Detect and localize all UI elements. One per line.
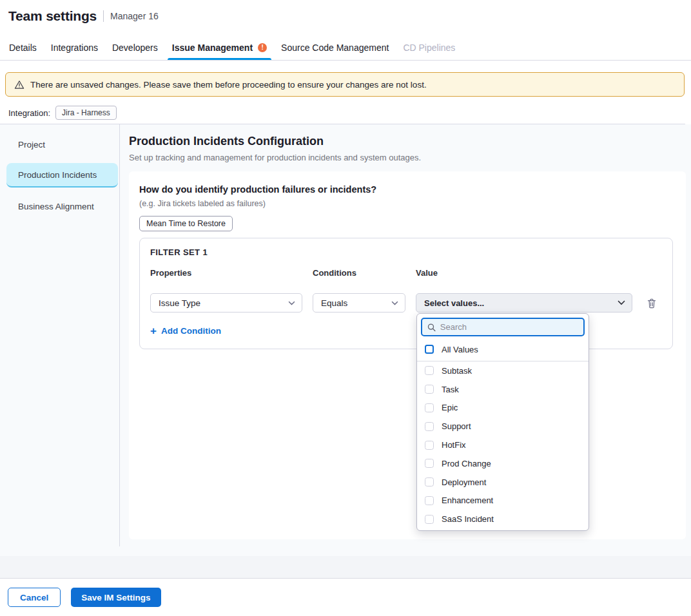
conditions-column-label: Conditions <box>313 268 405 278</box>
tab-label: Issue Management <box>172 43 253 53</box>
value-select-placeholder: Select values... <box>424 298 484 308</box>
option-prod-change[interactable]: Prod Change <box>417 454 589 473</box>
unsaved-changes-banner: There are unsaved changes. Please save t… <box>5 72 685 97</box>
dropdown-search-input[interactable] <box>440 322 578 332</box>
checkbox[interactable] <box>425 515 434 524</box>
option-label: Epic <box>442 403 458 412</box>
tab-label: Source Code Management <box>281 43 389 53</box>
sidebar-item-label: Project <box>18 140 45 149</box>
filter-column-headers: Properties Conditions Value <box>150 268 662 278</box>
checkbox[interactable] <box>425 441 434 450</box>
option-deployment[interactable]: Deployment <box>417 473 589 492</box>
filter-set-title: FILTER SET 1 <box>150 247 662 257</box>
save-im-settings-button[interactable]: Save IM Settings <box>71 588 161 607</box>
chevron-down-icon <box>288 301 295 305</box>
option-label: Enhancement <box>442 496 493 505</box>
tab-integrations[interactable]: Integrations <box>51 35 98 60</box>
option-subtask[interactable]: Subtask <box>417 361 589 380</box>
search-icon <box>427 323 436 332</box>
action-footer: Cancel Save IM Settings <box>0 579 691 616</box>
checkbox[interactable] <box>425 422 434 431</box>
chevron-down-icon <box>618 300 625 305</box>
integration-row: Integration: Jira - Harness <box>8 105 117 120</box>
tab-source-code-management[interactable]: Source Code Management <box>281 35 389 60</box>
title-divider <box>103 10 104 22</box>
checkbox[interactable] <box>425 459 434 468</box>
add-condition-label: Add Condition <box>161 326 221 336</box>
footer-spacer-band <box>0 556 691 579</box>
dropdown-search-box <box>421 318 585 336</box>
metric-chip-mean-time-to-restore[interactable]: Mean Time to Restore <box>139 216 233 231</box>
sidebar-item-project[interactable]: Project <box>6 132 118 157</box>
option-task[interactable]: Task <box>417 380 589 399</box>
sidebar-item-production-incidents[interactable]: Production Incidents <box>6 163 118 188</box>
option-all-values[interactable]: All Values <box>417 340 589 358</box>
option-label: Subtask <box>442 366 472 376</box>
value-column-label: Value <box>416 268 632 278</box>
checkbox[interactable] <box>425 366 434 375</box>
alert-badge-icon: ! <box>258 43 267 52</box>
tab-label: CD Pipelines <box>403 43 455 53</box>
checkbox[interactable] <box>425 403 434 412</box>
option-epic[interactable]: Epic <box>417 399 589 418</box>
checkbox[interactable] <box>425 496 434 505</box>
checkbox[interactable] <box>425 477 434 486</box>
sidebar-item-label: Production Incidents <box>18 170 97 180</box>
question-heading: How do you identify production failures … <box>139 184 676 195</box>
page-subtitle: Manager 16 <box>110 11 159 21</box>
tab-label: Details <box>9 43 37 53</box>
sidebar-item-business-alignment[interactable]: Business Alignment <box>6 194 118 218</box>
option-support[interactable]: Support <box>417 417 589 436</box>
banner-text: There are unsaved changes. Please save t… <box>30 80 427 90</box>
option-hotfix[interactable]: HotFix <box>417 436 589 454</box>
sidebar-item-label: Business Alignment <box>18 202 94 211</box>
filter-set-box: FILTER SET 1 Properties Conditions Value… <box>139 238 673 349</box>
value-multiselect[interactable]: Select values... <box>416 293 632 313</box>
options-list[interactable]: Subtask Task Epic Support HotFix Prod Ch… <box>417 361 589 531</box>
option-label: SaaS Incident <box>442 514 494 524</box>
page-header: Team settings Manager 16 Details Integra… <box>0 0 691 61</box>
condition-select-value: Equals <box>321 298 347 308</box>
option-enhancement[interactable]: Enhancement <box>417 492 589 510</box>
page-title: Team settings <box>8 8 97 24</box>
cancel-button[interactable]: Cancel <box>8 588 61 607</box>
properties-column-label: Properties <box>150 268 302 278</box>
settings-sidebar: Project Production Incidents Business Al… <box>0 124 120 546</box>
option-label: Prod Change <box>442 459 491 468</box>
integration-chip[interactable]: Jira - Harness <box>55 106 117 120</box>
tab-issue-management[interactable]: Issue Management ! <box>172 35 267 60</box>
section-subtitle: Set up tracking and management for produ… <box>129 153 686 162</box>
option-label: Task <box>442 385 459 394</box>
tab-label: Integrations <box>51 43 98 53</box>
trash-icon <box>647 298 657 309</box>
warning-triangle-icon <box>14 80 24 90</box>
tab-details[interactable]: Details <box>9 35 37 60</box>
option-label: Deployment <box>442 477 486 487</box>
chevron-down-icon <box>391 301 398 305</box>
tab-cd-pipelines: CD Pipelines <box>403 35 455 60</box>
value-select-dropdown: All Values Subtask Task Epic Support Hot… <box>416 313 589 531</box>
property-select[interactable]: Issue Type <box>150 293 302 313</box>
option-label: HotFix <box>442 440 466 450</box>
option-saas-incident[interactable]: SaaS Incident <box>417 510 589 528</box>
main-panel: Production Incidents Configuration Set u… <box>129 124 686 539</box>
config-card: How do you identify production failures … <box>129 171 686 539</box>
section-title: Production Incidents Configuration <box>129 135 686 148</box>
question-hint: (e.g. Jira tickets labeled as failures) <box>139 199 676 208</box>
property-select-value: Issue Type <box>159 298 200 308</box>
tab-label: Developers <box>112 43 158 53</box>
condition-select[interactable]: Equals <box>313 293 405 313</box>
plus-icon: + <box>150 325 157 336</box>
option-label: All Values <box>442 345 478 354</box>
tab-bar: Details Integrations Developers Issue Ma… <box>9 35 455 60</box>
checkbox[interactable] <box>425 385 434 394</box>
option-label: Support <box>442 421 471 431</box>
title-row: Team settings Manager 16 <box>8 8 159 24</box>
integration-label: Integration: <box>8 108 50 118</box>
filter-row: Issue Type Equals Select values... <box>150 293 662 313</box>
add-condition-button[interactable]: + Add Condition <box>150 325 221 336</box>
tab-developers[interactable]: Developers <box>112 35 158 60</box>
checkbox-all-values[interactable] <box>425 345 434 354</box>
option-customer-notification[interactable]: Customer Notification <box>417 528 589 531</box>
delete-filter-button[interactable] <box>645 296 658 310</box>
